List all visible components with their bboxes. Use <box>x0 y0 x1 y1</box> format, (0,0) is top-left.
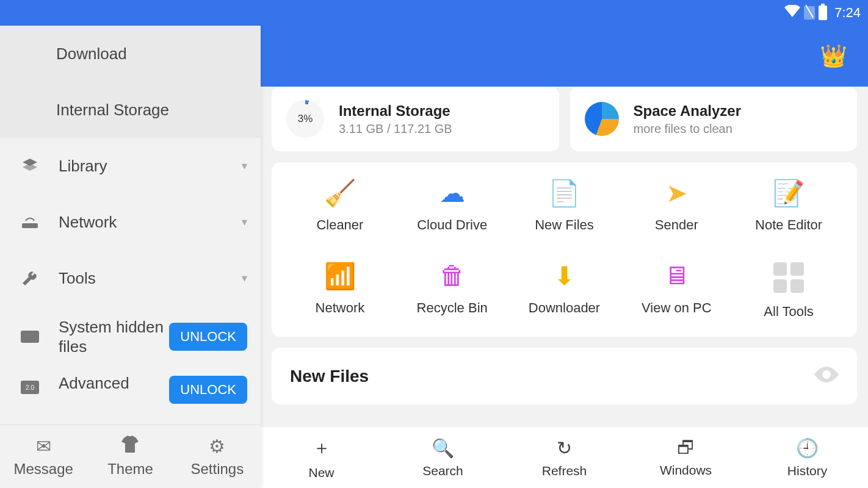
network-icon: 📶 <box>325 262 355 289</box>
new-files-card[interactable]: New Files <box>272 348 857 404</box>
bottombar-new-button[interactable]: ＋New <box>261 427 382 488</box>
sidebar-item-internal-storage[interactable]: Internal Storage <box>0 82 261 138</box>
sidebar-section-label: Library <box>59 157 107 176</box>
sidebar-item-download[interactable]: Download <box>0 26 261 82</box>
tool-label: Note Editor <box>755 217 822 233</box>
tool-label: Sender <box>655 217 698 233</box>
sidebar-item-label: Download <box>56 45 127 63</box>
tool-label: Downloader <box>529 300 600 316</box>
sender-icon: ➤ <box>662 179 691 206</box>
tool-sender[interactable]: ➤Sender <box>620 179 732 233</box>
bottombar-windows-button[interactable]: 🗗Windows <box>625 427 747 488</box>
wifi-icon <box>784 5 800 21</box>
card-subtitle: more files to clean <box>634 122 742 136</box>
cloud-drive-icon: ☁ <box>438 179 467 206</box>
drawer-message-button[interactable]: ✉ Message <box>0 425 87 488</box>
chevron-down-icon: ▾ <box>242 271 247 285</box>
clock: 7:24 <box>834 5 861 21</box>
bottom-toolbar: ＋New🔍Search↻Refresh🗗Windows🕘History <box>261 427 868 488</box>
storage-donut-icon: 3% <box>286 100 324 138</box>
tool-cloud-drive[interactable]: ☁Cloud Drive <box>396 179 508 233</box>
tool-all-tools[interactable]: All Tools <box>732 262 845 320</box>
tools-icon <box>20 268 40 289</box>
sidebar-item-label: Advanced <box>59 373 169 393</box>
button-label: Theme <box>107 461 153 478</box>
tool-label: Network <box>316 300 365 316</box>
tool-label: View on PC <box>642 300 712 316</box>
search-icon: 🔍 <box>432 437 454 459</box>
tool-label: Recycle Bin <box>417 300 488 316</box>
tools-grid: 🧹Cleaner☁Cloud Drive📄New Files➤Sender📝No… <box>272 162 857 337</box>
internal-storage-card[interactable]: 3% Internal Storage 3.11 GB / 117.21 GB <box>272 87 559 151</box>
hidden-files-icon <box>20 326 40 347</box>
sidebar-item-label: Internal Storage <box>56 101 169 120</box>
pie-chart-icon <box>585 102 619 136</box>
no-sim-icon <box>804 6 815 20</box>
tool-label: Cloud Drive <box>417 217 487 233</box>
bottombar-search-button[interactable]: 🔍Search <box>382 427 504 488</box>
network-icon <box>20 212 40 232</box>
new-icon: ＋ <box>313 436 331 461</box>
tool-label: New Files <box>535 217 594 233</box>
storage-percent: 3% <box>298 113 313 125</box>
note-editor-icon: 📝 <box>774 179 803 206</box>
sidebar-section-network[interactable]: Network ▾ <box>0 194 261 250</box>
tool-note-editor[interactable]: 📝Note Editor <box>732 179 845 233</box>
sidebar-item-system-hidden-files[interactable]: System hidden files UNLOCK <box>0 306 261 367</box>
bottombar-refresh-button[interactable]: ↻Refresh <box>504 427 625 488</box>
drawer-theme-button[interactable]: Theme <box>87 425 173 488</box>
view-on-pc-icon: 🖥 <box>662 262 691 289</box>
advanced-icon: 2.0 <box>20 377 40 398</box>
button-label: Refresh <box>542 464 587 478</box>
recycle-bin-icon: 🗑 <box>438 262 467 289</box>
sidebar-item-advanced[interactable]: 2.0 Advanced UNLOCK <box>0 367 261 425</box>
tool-new-files[interactable]: 📄New Files <box>508 179 621 233</box>
unlock-button[interactable]: UNLOCK <box>169 376 247 404</box>
downloader-icon: ⬇ <box>549 262 579 289</box>
sidebar-section-library[interactable]: Library ▾ <box>0 138 261 194</box>
battery-icon <box>819 5 827 20</box>
crown-premium-icon[interactable]: 👑 <box>820 43 847 69</box>
svg-text:2.0: 2.0 <box>26 384 34 391</box>
history-icon: 🕘 <box>796 437 819 459</box>
tool-network[interactable]: 📶Network <box>284 262 396 320</box>
tool-recycle-bin[interactable]: 🗑Recycle Bin <box>396 262 508 320</box>
tool-cleaner[interactable]: 🧹Cleaner <box>284 179 396 233</box>
library-icon <box>20 156 40 176</box>
drawer-settings-button[interactable]: ⚙ Settings <box>174 425 261 488</box>
sidebar-section-label: Tools <box>59 269 96 288</box>
status-bar: 7:24 <box>0 0 868 26</box>
tool-label: All Tools <box>764 304 814 320</box>
refresh-icon: ↻ <box>557 437 572 459</box>
sidebar-section-tools[interactable]: Tools ▾ <box>0 250 261 306</box>
drawer-bottom-bar: ✉ Message Theme ⚙ Settings <box>0 425 261 488</box>
all-tools-icon <box>773 262 804 293</box>
section-title: New Files <box>290 367 369 386</box>
bottombar-history-button[interactable]: 🕘History <box>747 427 868 488</box>
unlock-button[interactable]: UNLOCK <box>169 323 247 351</box>
tool-downloader[interactable]: ⬇Downloader <box>508 262 621 320</box>
button-label: History <box>787 464 827 478</box>
main-content: 3% Internal Storage 3.11 GB / 117.21 GB … <box>261 87 868 427</box>
envelope-icon: ✉ <box>36 436 51 457</box>
shirt-icon <box>120 436 140 457</box>
svg-rect-3 <box>21 331 39 343</box>
button-label: Message <box>13 461 73 478</box>
tool-view-on-pc[interactable]: 🖥View on PC <box>620 262 732 320</box>
chevron-down-icon: ▾ <box>242 159 247 173</box>
eye-icon[interactable] <box>814 365 839 387</box>
button-label: Settings <box>190 461 244 478</box>
space-analyzer-card[interactable]: Space Analyzer more files to clean <box>570 87 858 151</box>
sidebar-drawer: Download Internal Storage Library ▾ Netw… <box>0 26 261 488</box>
windows-icon: 🗗 <box>677 437 695 458</box>
storage-usage-label: 3.11 GB / 117.21 GB <box>339 122 452 136</box>
gear-icon: ⚙ <box>209 436 225 457</box>
button-label: Search <box>422 464 463 478</box>
button-label: Windows <box>660 463 712 478</box>
sidebar-section-label: Network <box>59 213 117 232</box>
card-title: Space Analyzer <box>634 102 742 120</box>
card-title: Internal Storage <box>339 102 452 120</box>
tool-label: Cleaner <box>316 217 363 233</box>
button-label: New <box>308 465 334 480</box>
chevron-down-icon: ▾ <box>242 215 247 229</box>
